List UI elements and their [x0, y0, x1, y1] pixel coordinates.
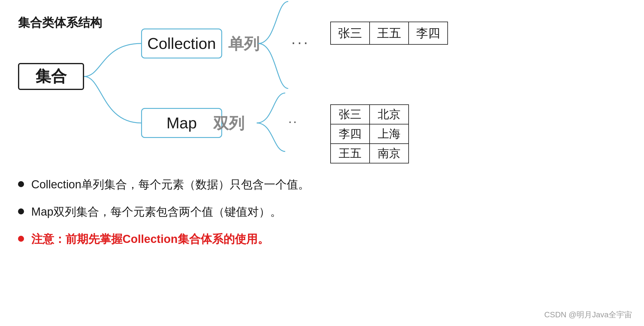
- bullets-section: Collection单列集合，每个元素（数据）只包含一个值。 Map双列集合，每…: [18, 177, 310, 259]
- single-label: 单列: [228, 34, 259, 55]
- bullet-item-map: Map双列集合，每个元素包含两个值（键值对）。: [18, 204, 310, 220]
- root-box: 集合: [18, 63, 84, 90]
- table-cell: 上海: [370, 124, 409, 144]
- dots-single: ···: [291, 33, 310, 51]
- bullet-dot-1: [18, 181, 24, 187]
- bullet-dot-2: [18, 208, 24, 214]
- collection-box: Collection: [141, 28, 222, 58]
- bullet-text-red: 注意：前期先掌握Collection集合体系的使用。: [31, 232, 269, 247]
- table-cell: 李四: [331, 124, 370, 144]
- table-cell: 李四: [409, 22, 448, 44]
- bullet-text-1: Collection单列集合，每个元素（数据）只包含一个值。: [31, 177, 310, 192]
- table-cell: 王五: [331, 144, 370, 163]
- double-label: 双列: [213, 113, 244, 134]
- table-cell: 张三: [331, 22, 370, 44]
- table-cell: 北京: [370, 105, 409, 124]
- bullet-text-2: Map双列集合，每个元素包含两个值（键值对）。: [31, 204, 282, 220]
- table-cell: 南京: [370, 144, 409, 163]
- bullet-item-collection: Collection单列集合，每个元素（数据）只包含一个值。: [18, 177, 310, 192]
- watermark: CSDN @明月Java全宇宙: [544, 310, 632, 320]
- bullet-dot-red: [18, 236, 24, 242]
- page-title: 集合类体系结构: [18, 14, 102, 31]
- dots-double: ··: [288, 114, 298, 129]
- double-table: 张三 北京 李四 上海 王五 南京: [330, 104, 409, 163]
- map-box: Map: [141, 108, 222, 138]
- bullet-item-note: 注意：前期先掌握Collection集合体系的使用。: [18, 232, 310, 247]
- single-table: 张三 王五 李四: [330, 22, 448, 45]
- table-cell: 王五: [370, 22, 409, 44]
- table-cell: 张三: [331, 105, 370, 124]
